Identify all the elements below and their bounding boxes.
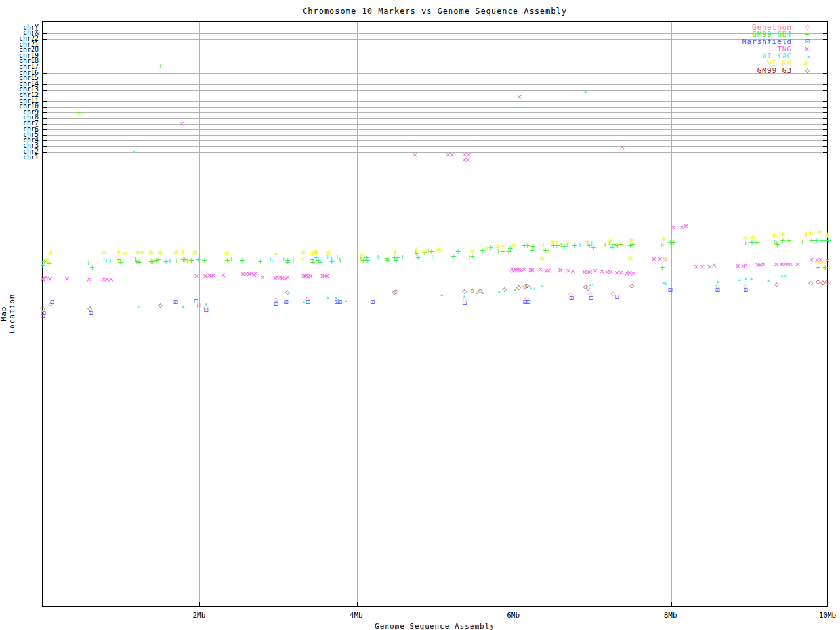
x-gridline	[357, 22, 358, 606]
marker-point-tng: ×	[570, 268, 576, 275]
marker-point-wi_yac: ▴	[284, 298, 287, 303]
marker-point-gm99_gb4: +	[290, 257, 296, 264]
marker-point-tng: ×	[608, 268, 614, 276]
axis-tick	[43, 158, 47, 158]
marker-point-wi_yac: ▴	[744, 276, 747, 281]
marker-point-tng: ×	[788, 261, 793, 268]
axis-tick	[823, 158, 827, 158]
marker-point-wi_rh: ∗	[779, 230, 786, 238]
chromosome-gridline	[43, 124, 827, 125]
marker-point-wi_rh: ∗	[539, 254, 546, 262]
axis-tick	[823, 118, 827, 119]
legend-item: GM99 G3◇	[0, 67, 840, 74]
chromosome-gridline	[43, 79, 827, 79]
marker-point-wi_rh: ∗	[157, 248, 164, 257]
legend-marker-gm99_g3: ◇	[805, 67, 810, 74]
legend-item: TNG×	[0, 45, 840, 52]
marker-point-wi_rh: ∗	[820, 258, 827, 266]
marker-point-gm99_gb4: +	[173, 257, 179, 264]
axis-tick	[823, 124, 827, 125]
marker-point-wi_rh: ∗	[816, 228, 823, 236]
marker-point-gm99_g3: ◇	[774, 282, 779, 287]
marker-point-wi_rh: ∗	[607, 236, 614, 245]
marker-point-wi_yac: ▴	[133, 149, 135, 154]
marker-point-tng: ×	[557, 266, 563, 274]
marker-point-wi_rh: ∗	[121, 249, 129, 257]
marker-point-tng: ×	[308, 272, 314, 280]
marker-point-wi_rh: ∗	[224, 249, 231, 257]
marker-point-gm99_g3: ◇	[49, 301, 53, 307]
marker-point-marshfield: ⊡	[196, 304, 201, 310]
axis-tick	[43, 101, 47, 102]
x-axis-label: Genome Sequence Assembly	[42, 622, 828, 630]
chart-canvas: Chromosome 10 Markers vs Genome Sequence…	[0, 0, 840, 630]
marker-point-tng: ×	[671, 224, 677, 231]
axis-tick	[514, 602, 514, 606]
marker-point-wi_yac: ▴	[205, 301, 207, 306]
marker-point-gm99_gb4: +	[385, 257, 390, 264]
marker-point-wi_rh: ∗	[300, 248, 307, 257]
marker-point-wi_rh: ∗	[325, 248, 332, 257]
marker-point-tng: ×	[545, 267, 551, 274]
marker-point-tng: ×	[700, 263, 705, 270]
axis-tick	[43, 140, 47, 141]
marker-point-wi_yac: ▴	[767, 278, 770, 283]
marker-point-wi_rh: ∗	[100, 248, 108, 257]
marker-point-gm99_gb4: +	[786, 237, 792, 244]
marker-point-gm99_g3: ◇	[394, 289, 398, 295]
chromosome-gridline	[43, 90, 827, 91]
marker-point-wi_rh: ∗	[139, 248, 146, 257]
x-gridline	[671, 22, 672, 606]
marker-point-tng: ×	[529, 266, 535, 274]
marker-point-tng: ×	[260, 274, 266, 281]
marker-point-wi_rh: ∗	[272, 249, 280, 258]
chromosome-gridline	[43, 118, 827, 119]
axis-tick	[823, 90, 827, 91]
marker-point-wi_yac: ▴	[591, 282, 594, 287]
chromosome-gridline	[43, 140, 827, 141]
axis-tick	[200, 602, 200, 606]
marker-point-wi_rh: ∗	[553, 238, 560, 246]
x-gridline	[200, 22, 200, 606]
marker-point-tng: ×	[285, 274, 291, 281]
marker-point-gm99_g3: ◇	[285, 289, 290, 295]
marker-point-wi_rh: ∗	[392, 247, 399, 256]
legend-label: GM99 G3	[757, 67, 792, 74]
legend-item: Genethon◇	[0, 24, 840, 31]
legend-marker-tng: ×	[804, 45, 810, 52]
marker-point-gm99_gb4: +	[429, 253, 435, 261]
marker-point-marshfield: ⊡	[569, 295, 574, 301]
marker-point-wi_yac: ▴	[716, 279, 719, 284]
marker-point-gm99_g3: ◇	[585, 285, 590, 291]
marker-point-wi_rh: ∗	[173, 248, 180, 257]
marker-point-marshfield: ⊡	[173, 299, 178, 305]
marker-point-wi_rh: ∗	[484, 244, 491, 253]
axis-tick	[823, 96, 827, 96]
marker-point-tng: ×	[618, 269, 623, 276]
marker-point-tng: ×	[86, 276, 92, 283]
marker-point-gm99_gb4: +	[415, 254, 421, 261]
marker-point-gm99_g3: ◇	[516, 285, 521, 291]
marker-point-wi_rh: ∗	[192, 248, 199, 257]
marker-point-marshfield: ⊡	[715, 287, 720, 293]
marker-point-tng: ×	[516, 93, 522, 100]
marker-point-tng: ×	[465, 156, 471, 163]
marker-point-marshfield: ⊡	[744, 287, 749, 293]
axis-tick	[823, 101, 827, 102]
marker-point-wi_yac: ▴	[337, 297, 339, 303]
marker-point-wi_rh: ∗	[499, 242, 507, 250]
marker-point-wi_yac: ▴	[513, 287, 516, 293]
axis-tick	[823, 146, 827, 147]
y-axis-label: Map Location	[0, 284, 16, 343]
marker-point-tng: ×	[760, 261, 766, 268]
marker-point-gm99_g3: ◇	[470, 288, 474, 294]
marker-point-gm99_g3: ◇	[41, 306, 45, 312]
x-gridline	[514, 22, 514, 606]
axis-tick	[823, 129, 827, 130]
axis-tick	[357, 602, 358, 606]
marker-point-wi_rh: ∗	[313, 247, 320, 256]
marker-point-gm99_g3: ◇	[87, 306, 92, 312]
axis-tick	[43, 118, 47, 119]
marker-point-tng: ×	[324, 272, 330, 280]
marker-point-tng: ×	[795, 261, 801, 268]
